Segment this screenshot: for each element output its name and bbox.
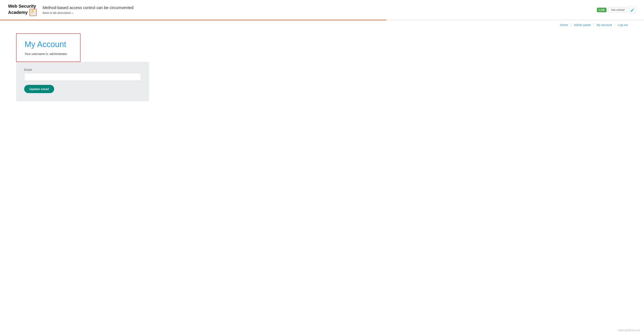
nav-bar: Home Admin panel My account Log out (0, 20, 644, 29)
account-title: My Account (24, 40, 72, 49)
email-section: Email Update email (16, 62, 149, 101)
back-chevrons-icon: » (72, 11, 74, 14)
account-username: Your username is: administrator (24, 52, 72, 55)
main-content: My Account Your username is: administrat… (0, 29, 201, 113)
nav-admin-panel[interactable]: Admin panel (571, 23, 594, 26)
update-email-button[interactable]: Update email (24, 85, 54, 93)
flask-icon: 🧪 (630, 8, 634, 12)
header-right: LAB Not solved 🧪 (597, 6, 636, 13)
page-header: Web Security Academy ⚡ Method-based acce… (0, 0, 644, 20)
email-label: Email (24, 68, 141, 71)
logo-text: Web Security Academy ⚡ (8, 3, 37, 16)
nav-my-account[interactable]: My account (594, 23, 615, 26)
logo[interactable]: Web Security Academy ⚡ (8, 3, 37, 16)
account-box: My Account Your username is: administrat… (16, 33, 80, 62)
nav-log-out[interactable]: Log out (615, 23, 628, 26)
lab-badge: LAB (597, 8, 606, 12)
nav-home[interactable]: Home (560, 23, 571, 26)
email-input[interactable] (24, 73, 141, 81)
back-to-lab-link[interactable]: Back to lab description » (43, 11, 591, 14)
lab-title: Method-based access control can be circu… (43, 5, 591, 10)
flask-button[interactable]: 🧪 (629, 6, 636, 13)
lab-status: Not solved (608, 7, 627, 12)
header-center: Method-based access control can be circu… (43, 5, 591, 14)
logo-icon: ⚡ (30, 9, 37, 16)
